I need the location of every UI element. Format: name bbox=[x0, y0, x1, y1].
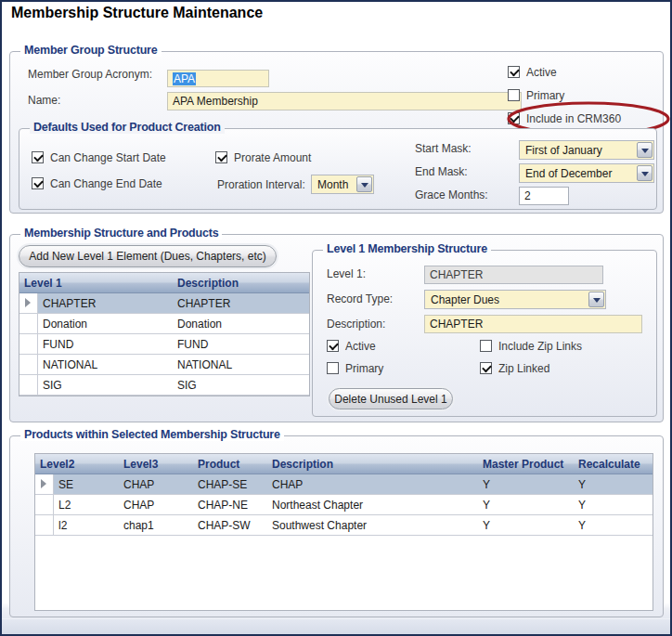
chevron-down-icon bbox=[361, 183, 368, 188]
table-row[interactable]: NATIONALNATIONAL bbox=[19, 355, 309, 375]
row-indicator-arrow-icon bbox=[25, 298, 31, 307]
chevron-down-icon bbox=[641, 149, 649, 153]
prorate-amount-checkbox[interactable] bbox=[215, 151, 227, 163]
products-grid: Level2Level3ProductDescriptionMaster Pro… bbox=[34, 453, 653, 611]
cell: NATIONAL bbox=[173, 355, 309, 374]
detail-active-checkbox[interactable] bbox=[327, 340, 339, 352]
end-mask-dropdown[interactable]: End of December bbox=[519, 163, 654, 183]
window-bottom-band bbox=[2, 618, 670, 635]
description-input[interactable]: CHAPTER bbox=[424, 315, 642, 333]
cell: Northeast Chapter bbox=[267, 495, 478, 514]
cell: CHAP-SW bbox=[193, 515, 267, 535]
cell: CHAPTER bbox=[38, 293, 173, 313]
cell: FUND bbox=[173, 334, 309, 354]
can-change-start-date-label: Can Change Start Date bbox=[50, 151, 166, 164]
cell: SIG bbox=[38, 375, 173, 395]
grace-months-input[interactable]: 2 bbox=[519, 187, 569, 205]
level1-value: CHAPTER bbox=[430, 268, 483, 281]
delete-unused-level1-button[interactable]: Delete Unused Level 1 bbox=[329, 388, 453, 409]
column-header[interactable]: Level3 bbox=[119, 454, 193, 474]
row-indicator-arrow-icon bbox=[41, 479, 46, 488]
column-header[interactable]: Description bbox=[267, 454, 478, 474]
cell: SIG bbox=[173, 375, 309, 395]
record-type-label: Record Type: bbox=[327, 292, 393, 305]
cell: Y bbox=[478, 515, 574, 535]
cell: Y bbox=[574, 495, 653, 514]
cell: SE bbox=[54, 474, 119, 494]
row-selector bbox=[19, 355, 38, 374]
detail-primary-checkbox[interactable] bbox=[327, 362, 339, 374]
cell: FUND bbox=[38, 334, 173, 354]
chevron-down-icon bbox=[593, 298, 601, 303]
table-row[interactable]: l2chap1CHAP-SWSouthwest ChapterYY bbox=[35, 515, 653, 536]
cell: CHAP bbox=[119, 474, 193, 494]
row-selector bbox=[19, 334, 38, 354]
cell: Y bbox=[478, 474, 574, 494]
table-row[interactable]: SECHAPCHAP-SECHAPYY bbox=[35, 474, 653, 495]
table-row[interactable]: FUNDFUND bbox=[19, 334, 309, 355]
column-header[interactable]: Master Product bbox=[478, 454, 574, 474]
can-change-start-date-checkbox[interactable] bbox=[32, 151, 44, 163]
detail-primary-label: Primary bbox=[345, 362, 383, 375]
acronym-input[interactable]: APA bbox=[167, 70, 269, 87]
column-header[interactable]: Description bbox=[173, 273, 309, 292]
add-level1-button[interactable]: Add New Level 1 Element (Dues, Chapters,… bbox=[19, 245, 277, 267]
can-change-end-date-checkbox[interactable] bbox=[32, 177, 44, 189]
cell: Y bbox=[478, 495, 574, 514]
dropdown-button[interactable] bbox=[637, 165, 653, 181]
dropdown-button[interactable] bbox=[356, 176, 372, 192]
table-row[interactable]: SIGSIG bbox=[19, 375, 309, 396]
cell: NATIONAL bbox=[38, 355, 173, 374]
record-type-value: Chapter Dues bbox=[431, 293, 499, 306]
record-type-dropdown[interactable]: Chapter Dues bbox=[424, 290, 606, 309]
zip-linked-checkbox[interactable] bbox=[480, 362, 492, 374]
start-mask-dropdown[interactable]: First of January bbox=[519, 140, 654, 160]
cell: Donation bbox=[38, 314, 173, 333]
name-input[interactable]: APA Membership bbox=[167, 92, 522, 110]
groupbox-title: Products within Selected Membership Stru… bbox=[20, 428, 284, 441]
name-value: APA Membership bbox=[173, 95, 258, 108]
cell: L2 bbox=[54, 495, 119, 514]
proration-interval-dropdown[interactable]: Month bbox=[311, 175, 374, 194]
cell: CHAP bbox=[267, 474, 478, 494]
end-mask-label: End Mask: bbox=[415, 165, 468, 178]
dropdown-button[interactable] bbox=[637, 142, 653, 158]
description-value: CHAPTER bbox=[430, 318, 483, 331]
cell: CHAP-SE bbox=[193, 474, 267, 494]
dropdown-button[interactable] bbox=[588, 292, 604, 307]
detail-active-label: Active bbox=[345, 340, 376, 353]
acronym-label: Member Group Acronym: bbox=[28, 68, 152, 81]
cell: Y bbox=[574, 474, 653, 494]
level1-grid: Level 1DescriptionCHAPTERCHAPTERDonation… bbox=[19, 272, 310, 396]
can-change-end-date-label: Can Change End Date bbox=[50, 177, 162, 190]
row-selector bbox=[19, 314, 38, 333]
column-header[interactable]: Recalculate bbox=[574, 454, 653, 474]
row-selector bbox=[19, 293, 38, 313]
include-zip-links-label: Include Zip Links bbox=[498, 340, 582, 353]
cell: CHAP bbox=[119, 495, 193, 514]
active-checkbox[interactable] bbox=[508, 66, 520, 78]
level1-label: Level 1: bbox=[327, 267, 366, 280]
row-selector bbox=[35, 495, 54, 514]
row-selector bbox=[35, 515, 54, 535]
end-mask-value: End of December bbox=[525, 167, 612, 180]
page-title: Membership Structure Maintenance bbox=[11, 5, 263, 21]
column-header[interactable]: Level2 bbox=[35, 454, 119, 474]
row-selector bbox=[19, 375, 38, 395]
zip-linked-label: Zip Linked bbox=[498, 362, 549, 375]
include-zip-links-checkbox[interactable] bbox=[480, 340, 492, 352]
table-row[interactable]: L2CHAPCHAP-NENortheast ChapterYY bbox=[35, 495, 653, 515]
table-row[interactable]: DonationDonation bbox=[19, 314, 309, 334]
groupbox-title: Defaults Used for Product Creation bbox=[30, 121, 225, 134]
column-header[interactable]: Level 1 bbox=[19, 273, 173, 292]
name-label: Name: bbox=[28, 94, 60, 107]
membership-structure-maintenance-window: Membership Structure Maintenance Member … bbox=[0, 0, 672, 636]
level1-input: CHAPTER bbox=[424, 266, 603, 284]
column-header[interactable]: Product bbox=[193, 454, 267, 474]
grid-header: Level2Level3ProductDescriptionMaster Pro… bbox=[35, 454, 653, 474]
grace-months-value: 2 bbox=[524, 189, 531, 202]
groupbox-title: Level 1 Membership Structure bbox=[323, 242, 491, 255]
groupbox-title: Membership Structure and Products bbox=[20, 227, 222, 240]
table-row[interactable]: CHAPTERCHAPTER bbox=[19, 293, 309, 314]
cell: chap1 bbox=[119, 515, 193, 535]
